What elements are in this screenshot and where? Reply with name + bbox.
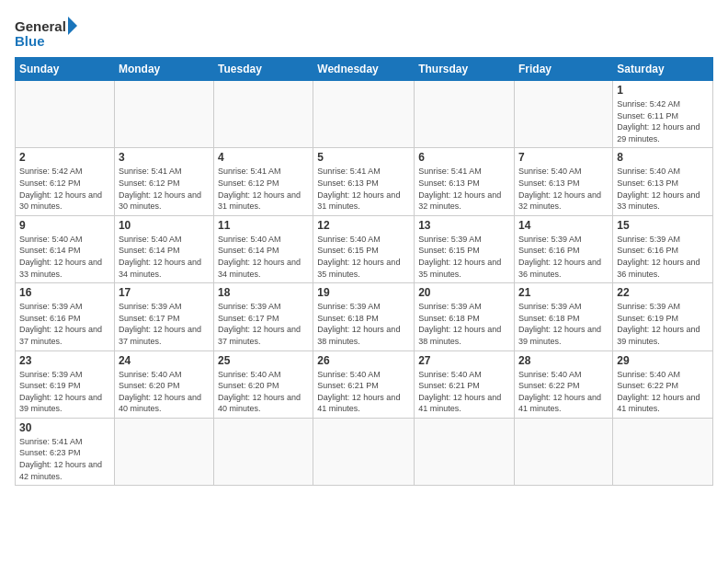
day-info: Sunrise: 5:41 AM Sunset: 6:12 PM Dayligh… (119, 166, 210, 212)
day-info: Sunrise: 5:39 AM Sunset: 6:16 PM Dayligh… (518, 234, 609, 280)
day-header-wednesday: Wednesday (313, 58, 415, 81)
day-info: Sunrise: 5:40 AM Sunset: 6:14 PM Dayligh… (19, 234, 110, 280)
week-row-2: 9Sunrise: 5:40 AM Sunset: 6:14 PM Daylig… (16, 215, 713, 282)
day-info: Sunrise: 5:39 AM Sunset: 6:17 PM Dayligh… (119, 301, 210, 347)
calendar-cell (415, 418, 515, 485)
day-info: Sunrise: 5:39 AM Sunset: 6:18 PM Dayligh… (418, 301, 510, 347)
calendar-cell: 4Sunrise: 5:41 AM Sunset: 6:12 PM Daylig… (214, 148, 313, 215)
calendar-cell (16, 81, 115, 148)
calendar-cell: 12Sunrise: 5:40 AM Sunset: 6:15 PM Dayli… (313, 215, 415, 282)
calendar-cell: 13Sunrise: 5:39 AM Sunset: 6:15 PM Dayli… (415, 215, 515, 282)
week-row-3: 16Sunrise: 5:39 AM Sunset: 6:16 PM Dayli… (16, 283, 713, 350)
calendar-cell: 23Sunrise: 5:39 AM Sunset: 6:19 PM Dayli… (16, 350, 115, 418)
calendar-cell: 18Sunrise: 5:39 AM Sunset: 6:17 PM Dayli… (214, 283, 313, 350)
day-info: Sunrise: 5:41 AM Sunset: 6:12 PM Dayligh… (218, 166, 309, 212)
day-number: 5 (317, 151, 410, 164)
week-row-4: 23Sunrise: 5:39 AM Sunset: 6:19 PM Dayli… (16, 350, 713, 418)
calendar-cell (214, 81, 313, 148)
calendar-cell (515, 418, 613, 485)
day-info: Sunrise: 5:40 AM Sunset: 6:14 PM Dayligh… (119, 234, 210, 280)
day-number: 6 (418, 151, 510, 164)
day-info: Sunrise: 5:40 AM Sunset: 6:15 PM Dayligh… (317, 234, 410, 280)
calendar-cell: 8Sunrise: 5:40 AM Sunset: 6:13 PM Daylig… (613, 148, 713, 215)
day-header-thursday: Thursday (415, 58, 515, 81)
day-number: 8 (617, 151, 709, 164)
calendar-cell: 24Sunrise: 5:40 AM Sunset: 6:20 PM Dayli… (114, 350, 213, 418)
day-number: 22 (617, 286, 709, 299)
day-info: Sunrise: 5:40 AM Sunset: 6:21 PM Dayligh… (418, 369, 510, 415)
week-row-1: 2Sunrise: 5:42 AM Sunset: 6:12 PM Daylig… (16, 148, 713, 215)
calendar-cell: 15Sunrise: 5:39 AM Sunset: 6:16 PM Dayli… (613, 215, 713, 282)
calendar-cell: 28Sunrise: 5:40 AM Sunset: 6:22 PM Dayli… (515, 350, 613, 418)
day-number: 19 (317, 286, 410, 299)
day-info: Sunrise: 5:40 AM Sunset: 6:22 PM Dayligh… (518, 369, 609, 415)
day-number: 4 (218, 151, 309, 164)
day-info: Sunrise: 5:40 AM Sunset: 6:14 PM Dayligh… (218, 234, 309, 280)
day-number: 23 (19, 354, 110, 367)
calendar-cell (114, 81, 213, 148)
logo: GeneralBlue (15, 15, 79, 52)
day-info: Sunrise: 5:41 AM Sunset: 6:13 PM Dayligh… (418, 166, 510, 212)
calendar-cell: 1Sunrise: 5:42 AM Sunset: 6:11 PM Daylig… (613, 81, 713, 148)
day-number: 29 (617, 354, 709, 367)
svg-text:Blue: Blue (15, 33, 45, 49)
calendar-cell: 25Sunrise: 5:40 AM Sunset: 6:20 PM Dayli… (214, 350, 313, 418)
day-number: 28 (518, 354, 609, 367)
day-number: 13 (418, 219, 510, 232)
day-info: Sunrise: 5:41 AM Sunset: 6:13 PM Dayligh… (317, 166, 410, 212)
day-number: 15 (617, 219, 709, 232)
calendar-cell: 30Sunrise: 5:41 AM Sunset: 6:23 PM Dayli… (16, 418, 115, 485)
calendar-cell: 11Sunrise: 5:40 AM Sunset: 6:14 PM Dayli… (214, 215, 313, 282)
day-info: Sunrise: 5:39 AM Sunset: 6:15 PM Dayligh… (418, 234, 510, 280)
svg-marker-1 (68, 17, 77, 35)
day-number: 12 (317, 219, 410, 232)
day-number: 10 (119, 219, 210, 232)
day-info: Sunrise: 5:39 AM Sunset: 6:19 PM Dayligh… (617, 301, 709, 347)
week-row-5: 30Sunrise: 5:41 AM Sunset: 6:23 PM Dayli… (16, 418, 713, 485)
day-info: Sunrise: 5:40 AM Sunset: 6:13 PM Dayligh… (617, 166, 709, 212)
calendar-cell: 16Sunrise: 5:39 AM Sunset: 6:16 PM Dayli… (16, 283, 115, 350)
day-header-monday: Monday (114, 58, 213, 81)
day-info: Sunrise: 5:40 AM Sunset: 6:20 PM Dayligh… (119, 369, 210, 415)
calendar-cell (515, 81, 613, 148)
calendar: SundayMondayTuesdayWednesdayThursdayFrid… (15, 57, 713, 486)
day-number: 11 (218, 219, 309, 232)
calendar-cell: 21Sunrise: 5:39 AM Sunset: 6:18 PM Dayli… (515, 283, 613, 350)
day-info: Sunrise: 5:42 AM Sunset: 6:12 PM Dayligh… (19, 166, 110, 212)
header: GeneralBlue (15, 15, 713, 52)
day-info: Sunrise: 5:40 AM Sunset: 6:22 PM Dayligh… (617, 369, 709, 415)
calendar-cell: 7Sunrise: 5:40 AM Sunset: 6:13 PM Daylig… (515, 148, 613, 215)
day-number: 30 (19, 421, 110, 434)
day-number: 27 (418, 354, 510, 367)
day-number: 26 (317, 354, 410, 367)
day-number: 25 (218, 354, 309, 367)
calendar-cell: 10Sunrise: 5:40 AM Sunset: 6:14 PM Dayli… (114, 215, 213, 282)
week-row-0: 1Sunrise: 5:42 AM Sunset: 6:11 PM Daylig… (16, 81, 713, 148)
calendar-cell (114, 418, 213, 485)
calendar-cell: 17Sunrise: 5:39 AM Sunset: 6:17 PM Dayli… (114, 283, 213, 350)
day-number: 17 (119, 286, 210, 299)
calendar-cell (415, 81, 515, 148)
calendar-cell (313, 418, 415, 485)
calendar-cell (313, 81, 415, 148)
day-header-tuesday: Tuesday (214, 58, 313, 81)
logo-svg: GeneralBlue (15, 15, 79, 52)
calendar-cell: 27Sunrise: 5:40 AM Sunset: 6:21 PM Dayli… (415, 350, 515, 418)
day-info: Sunrise: 5:39 AM Sunset: 6:19 PM Dayligh… (19, 369, 110, 415)
calendar-cell: 2Sunrise: 5:42 AM Sunset: 6:12 PM Daylig… (16, 148, 115, 215)
day-number: 9 (19, 219, 110, 232)
day-info: Sunrise: 5:39 AM Sunset: 6:18 PM Dayligh… (518, 301, 609, 347)
day-headers: SundayMondayTuesdayWednesdayThursdayFrid… (16, 58, 713, 81)
calendar-cell: 14Sunrise: 5:39 AM Sunset: 6:16 PM Dayli… (515, 215, 613, 282)
day-header-saturday: Saturday (613, 58, 713, 81)
day-info: Sunrise: 5:40 AM Sunset: 6:13 PM Dayligh… (518, 166, 609, 212)
day-number: 20 (418, 286, 510, 299)
day-number: 3 (119, 151, 210, 164)
calendar-cell: 22Sunrise: 5:39 AM Sunset: 6:19 PM Dayli… (613, 283, 713, 350)
day-info: Sunrise: 5:40 AM Sunset: 6:21 PM Dayligh… (317, 369, 410, 415)
calendar-cell: 5Sunrise: 5:41 AM Sunset: 6:13 PM Daylig… (313, 148, 415, 215)
day-info: Sunrise: 5:39 AM Sunset: 6:17 PM Dayligh… (218, 301, 309, 347)
calendar-cell: 6Sunrise: 5:41 AM Sunset: 6:13 PM Daylig… (415, 148, 515, 215)
day-info: Sunrise: 5:41 AM Sunset: 6:23 PM Dayligh… (19, 436, 110, 482)
day-number: 14 (518, 219, 609, 232)
